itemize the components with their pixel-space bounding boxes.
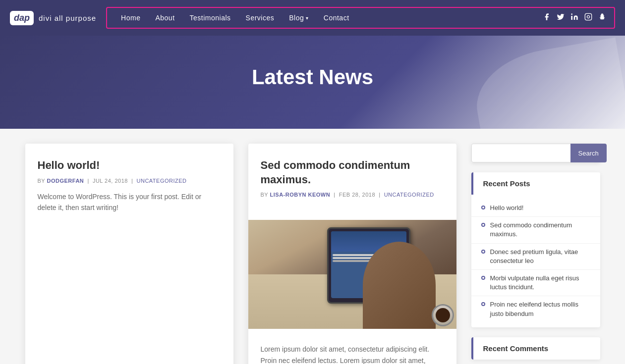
recent-post-item-4: Morbi vulputate nulla eget risus luctus …: [471, 270, 600, 296]
post-2-title[interactable]: Sed commodo condimentum maximus.: [261, 158, 444, 187]
post-1-author: DODGERFAN: [47, 178, 84, 184]
posts-area: Hello world! BY DODGERFAN | JUL 24, 2018…: [25, 144, 456, 364]
post-2-meta: BY LISA-ROBYN KEOWN | FEB 28, 2018 | UNC…: [261, 192, 444, 198]
recent-post-item-5: Proin nec eleifend lectus mollis justo b…: [471, 296, 600, 322]
post-1-category: UNCATEGORIZED: [137, 178, 187, 184]
nav-blog[interactable]: Blog ▾: [283, 10, 315, 26]
post-card-2-excerpt-area: Lorem ipsum dolor sit amet, consectetur …: [248, 329, 456, 364]
svg-point-0: [571, 13, 572, 15]
linkedin-icon[interactable]: [570, 13, 578, 23]
nav-links: Home About Testimonials Services Blog ▾ …: [115, 10, 355, 26]
recent-posts-widget: Recent Posts Hello world! Sed commodo co…: [471, 172, 600, 327]
recent-post-item-3: Donec sed pretium ligula, vitae consecte…: [471, 244, 600, 270]
instagram-icon[interactable]: [584, 13, 592, 23]
post-card-2-content: Sed commodo condimentum maximus. BY LISA…: [248, 144, 456, 220]
main-nav: Home About Testimonials Services Blog ▾ …: [106, 7, 615, 29]
post-2-author: LISA-ROBYN KEOWN: [270, 192, 331, 198]
recent-post-link-5[interactable]: Proin nec eleifend lectus mollis justo b…: [490, 300, 590, 318]
logo-text: divi all purpose: [39, 14, 96, 22]
recent-post-link-3[interactable]: Donec sed pretium ligula, vitae consecte…: [490, 248, 590, 265]
post-1-meta: BY DODGERFAN | JUL 24, 2018 | UNCATEGORI…: [38, 178, 221, 184]
recent-post-link-4[interactable]: Morbi vulputate nulla eget risus luctus …: [490, 274, 590, 292]
logo-abbr: dap: [10, 11, 34, 25]
post-card-1: Hello world! BY DODGERFAN | JUL 24, 2018…: [25, 144, 233, 364]
recent-post-link-2[interactable]: Sed commodo condimentum maximus.: [490, 221, 590, 239]
recent-post-dot-5: [481, 302, 485, 306]
blog-dropdown-chevron: ▾: [306, 15, 309, 21]
main-content: Hello world! BY DODGERFAN | JUL 24, 2018…: [15, 129, 610, 364]
post-card-2: Sed commodo condimentum maximus. BY LISA…: [248, 144, 456, 364]
svg-rect-1: [585, 13, 591, 20]
social-icons: [543, 13, 606, 23]
post-1-title[interactable]: Hello world!: [38, 158, 221, 173]
nav-services[interactable]: Services: [240, 10, 281, 26]
recent-post-dot-1: [481, 206, 485, 209]
search-button[interactable]: Search: [570, 144, 607, 162]
recent-post-dot-2: [481, 223, 485, 227]
site-header: dap divi all purpose Home About Testimon…: [0, 0, 625, 36]
hero-section: Latest News: [0, 36, 625, 129]
post-card-1-content: Hello world! BY DODGERFAN | JUL 24, 2018…: [25, 144, 233, 228]
recent-posts-list: Hello world! Sed commodo condimentum max…: [471, 195, 600, 327]
search-input[interactable]: [471, 144, 570, 162]
recent-post-link-1[interactable]: Hello world!: [490, 204, 524, 212]
snapchat-icon[interactable]: [598, 13, 606, 23]
sidebar: Search Recent Posts Hello world! Sed com…: [471, 144, 600, 360]
recent-post-dot-4: [481, 276, 485, 280]
recent-comments-title: Recent Comments: [471, 337, 600, 360]
logo[interactable]: dap divi all purpose: [10, 11, 96, 25]
page-title: Latest News: [10, 65, 615, 89]
recent-post-item-2: Sed commodo condimentum maximus.: [471, 217, 600, 243]
recent-posts-title: Recent Posts: [471, 172, 600, 195]
nav-testimonials[interactable]: Testimonials: [184, 10, 237, 26]
twitter-icon[interactable]: [557, 13, 565, 23]
recent-comments-widget: Recent Comments: [471, 337, 600, 360]
facebook-icon[interactable]: [543, 13, 551, 23]
nav-about[interactable]: About: [149, 10, 180, 26]
nav-contact[interactable]: Contact: [318, 10, 355, 26]
post-2-image: [248, 220, 456, 329]
content-wrapper: Hello world! BY DODGERFAN | JUL 24, 2018…: [0, 129, 625, 364]
search-widget: Search: [471, 144, 600, 162]
nav-home[interactable]: Home: [115, 10, 146, 26]
recent-post-item-1: Hello world!: [471, 200, 600, 217]
recent-post-dot-3: [481, 250, 485, 254]
post-1-excerpt: Welcome to WordPress. This is your first…: [38, 191, 221, 213]
post-2-category: UNCATEGORIZED: [384, 192, 434, 198]
post-2-excerpt: Lorem ipsum dolor sit amet, consectetur …: [261, 344, 444, 364]
